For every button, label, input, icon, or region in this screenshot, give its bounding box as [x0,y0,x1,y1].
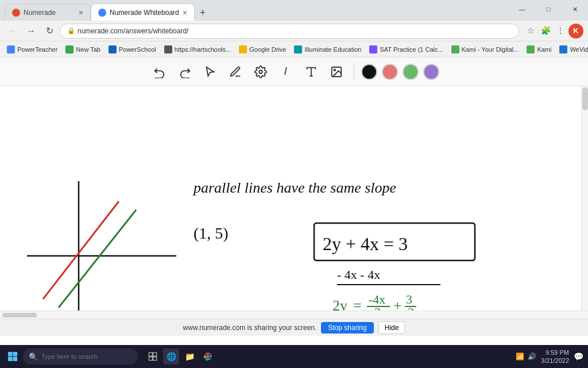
line-tool[interactable]: / [276,62,296,82]
bookmark-label-powerteacher: PowerTeacher [17,46,57,53]
taskbar-browser-icon[interactable]: 🌐 [163,348,179,365]
bookmark-label-wevideo: WeVideo [570,46,588,53]
svg-rect-37 [153,357,157,361]
svg-text:2y: 2y [332,297,347,310]
bookmark-label-hartschools: https://hartschools... [175,46,231,53]
bookmark-powerschool[interactable]: PowerSchool [106,44,158,55]
svg-point-38 [206,355,209,358]
bookmark-icon-illuminate [294,45,302,53]
image-tool[interactable] [326,62,347,82]
bookmark-icon-newtab [65,45,74,53]
svg-line-7 [43,201,119,299]
more-options-icon[interactable]: ⋮ [554,24,567,37]
tab-numerade[interactable]: Numerade × [5,3,91,21]
svg-text:+: + [393,297,402,310]
svg-text:=: = [353,297,362,310]
color-black[interactable] [361,64,377,80]
clock-area[interactable]: 9:59 PM 3/21/2022 [541,348,569,365]
refresh-button[interactable]: ↻ [41,23,57,39]
svg-text:(1, 5): (1, 5) [194,224,229,242]
bookmark-wevideo[interactable]: WeVideo [557,44,588,55]
maximize-button[interactable]: □ [535,0,562,18]
clock-time: 9:59 PM [541,348,569,356]
address-bar[interactable]: 🔒 numerade.com/answers/whiteboard/ [60,24,519,39]
search-input[interactable] [41,353,122,360]
whiteboard[interactable]: parallel lines have the same slope (1, 5… [0,86,588,310]
bookmark-googledrive[interactable]: Google Drive [237,44,288,55]
undo-button[interactable] [149,62,170,82]
bookmark-label-googledrive: Google Drive [249,46,286,53]
forward-button[interactable]: → [23,23,39,39]
hide-button[interactable]: Hide [378,321,405,334]
bookmark-label-powerschool: PowerSchool [119,46,156,53]
bookmark-illuminate[interactable]: Illuminate Education [292,44,363,55]
stop-sharing-button[interactable]: Stop sharing [321,322,373,334]
select-tool[interactable] [200,62,220,82]
tab-icon-whiteboard [98,9,106,17]
bookmark-icon-googledrive [239,45,247,53]
svg-rect-34 [149,352,152,356]
tools-menu[interactable] [250,62,271,82]
svg-text:2: 2 [408,305,414,310]
horizontal-thumb[interactable] [2,313,37,317]
pen-tool[interactable] [225,62,246,82]
tab-close-whiteboard[interactable]: × [183,8,187,17]
svg-text:2y + 4x = 3: 2y + 4x = 3 [323,233,408,254]
system-tray[interactable]: 📶 🔊 [516,352,536,361]
svg-line-8 [59,210,136,308]
minimize-button[interactable]: — [509,0,535,18]
bookmark-powerteacher[interactable]: PowerTeacher [5,44,60,55]
tab-label-numerade: Numerade [24,9,56,17]
tab-whiteboard[interactable]: Numerade Whiteboard × [91,3,195,21]
svg-rect-35 [153,352,157,356]
svg-text:parallel  lines  have the same: parallel lines have the same slope [192,179,396,196]
bookmark-icon-kami1 [451,45,459,53]
profile-letter: K [573,26,578,35]
horizontal-scrollbar[interactable] [0,310,588,319]
new-tab-button[interactable]: + [195,5,211,21]
notification-button[interactable]: 💬 [574,352,583,361]
clock-date: 3/21/2022 [541,356,569,365]
screen-share-message: www.numerade.com is sharing your screen. [183,324,317,332]
tab-label-whiteboard: Numerade Whiteboard [110,9,179,17]
search-icon: 🔍 [29,352,38,361]
profile-button[interactable]: K [568,24,583,39]
color-red[interactable] [382,64,398,80]
svg-point-4 [334,69,335,71]
taskbar-chrome-icon[interactable] [200,348,216,365]
svg-point-0 [259,70,262,74]
taskbar-search[interactable]: 🔍 [23,348,138,365]
text-tool[interactable] [301,62,322,82]
bookmark-label-newtab: New Tab [76,46,100,53]
bookmarks-icon[interactable]: ☆ [524,24,537,37]
extensions-icon[interactable]: 🧩 [539,24,552,37]
svg-text:- 4x  - 4x: - 4x - 4x [337,267,380,282]
bookmark-sat[interactable]: SAT Practice (1 Calc... [367,44,445,55]
volume-icon: 🔊 [528,352,536,361]
bookmark-icon-powerteacher [7,45,15,53]
taskbar-explorer-icon[interactable]: 📁 [181,348,198,365]
network-icon: 📶 [516,352,524,361]
svg-rect-36 [149,357,152,361]
color-green[interactable] [403,64,419,80]
close-button[interactable]: ✕ [562,0,588,18]
windows-start-button[interactable] [5,348,21,365]
bookmark-label-kami2: Kami [537,46,551,53]
bookmark-kami2[interactable]: Kami [524,44,554,55]
bookmark-newtab[interactable]: New Tab [63,44,103,55]
bookmark-icon-wevideo [559,45,567,53]
bookmark-label-illuminate: Illuminate Education [304,46,361,53]
bookmark-icon-kami2 [527,45,535,53]
tab-close-numerade[interactable]: × [79,8,83,17]
color-purple[interactable] [423,64,439,80]
task-view-button[interactable] [145,348,161,365]
bookmark-kami1[interactable]: Kami - Your Digital... [449,44,521,55]
svg-text:2: 2 [374,305,381,310]
tab-icon-numerade [12,9,20,17]
redo-button[interactable] [175,62,195,82]
bookmark-hartschools[interactable]: https://hartschools... [162,44,233,55]
bookmark-label-sat: SAT Practice (1 Calc... [380,46,443,53]
back-button[interactable]: ← [5,23,21,39]
bookmark-icon-powerschool [109,45,117,53]
whiteboard-canvas: parallel lines have the same slope (1, 5… [0,86,588,310]
